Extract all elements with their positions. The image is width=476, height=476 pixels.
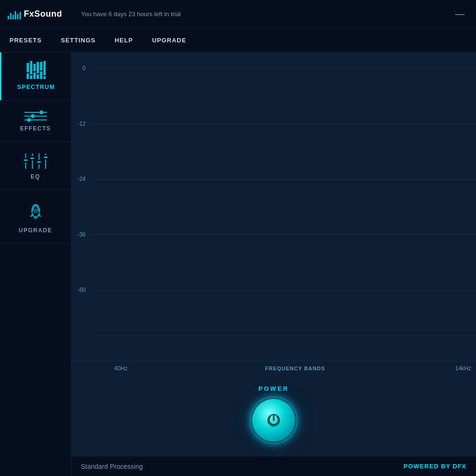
power-section: POWER xyxy=(71,376,476,456)
nav-presets[interactable]: PRESETS xyxy=(10,35,42,46)
svg-point-2 xyxy=(268,415,279,426)
grid-label-24: -24 xyxy=(71,176,90,182)
grid-row-0: 0 xyxy=(71,65,476,71)
spectrum-icon xyxy=(27,64,46,79)
svg-point-1 xyxy=(34,209,37,212)
sidebar-item-upgrade[interactable]: UPGRADE xyxy=(0,190,71,244)
logo-icon xyxy=(8,9,21,20)
sidebar-label-upgrade: UPGRADE xyxy=(19,227,52,234)
nav-settings[interactable]: SETTINGS xyxy=(61,35,96,46)
nav-upgrade[interactable]: UPGRADE xyxy=(152,35,186,46)
sidebar-label-effects: EFFECTS xyxy=(20,125,51,132)
sidebar-item-spectrum[interactable]: SPECTRUM xyxy=(0,52,71,100)
grid-label-60: -60 xyxy=(71,287,90,293)
eq-icon xyxy=(24,153,48,169)
content-area: 0 -12 -24 -36 -60 xyxy=(71,52,476,476)
nav-help[interactable]: HELP xyxy=(115,35,133,46)
grid-label-36: -36 xyxy=(71,231,90,238)
sidebar-item-effects[interactable]: EFFECTS xyxy=(0,100,71,142)
upgrade-icon xyxy=(25,201,46,222)
grid-row-12: -12 xyxy=(71,120,476,127)
sidebar-label-spectrum: SPECTRUM xyxy=(17,84,55,90)
grid-label-12: -12 xyxy=(71,120,90,127)
powered-by-text: POWERED BY DFX xyxy=(404,463,466,470)
grid-row-24: -24 xyxy=(71,176,476,182)
frequency-axis: 40Hz FREQUENCY BANDS 14kHz xyxy=(71,361,476,376)
sidebar-label-eq: EQ xyxy=(30,173,40,180)
power-icon xyxy=(265,412,282,429)
status-bar: Standard Processing POWERED BY DFX xyxy=(71,456,476,476)
power-button[interactable] xyxy=(252,399,295,442)
status-processing: Standard Processing xyxy=(81,463,143,470)
spectrum-display: 0 -12 -24 -36 -60 xyxy=(71,52,476,361)
grid-row-60: -60 xyxy=(71,287,476,293)
effects-icon xyxy=(24,112,47,120)
freq-axis-inner: 40Hz FREQUENCY BANDS 14kHz xyxy=(114,365,476,372)
grid-label-0: 0 xyxy=(71,65,90,71)
minimize-button[interactable]: — xyxy=(451,7,468,21)
main-content: SPECTRUM EFFECTS xyxy=(0,52,476,476)
sidebar-item-eq[interactable]: EQ xyxy=(0,142,71,190)
header: FxSound You have 6 days 23 hours left in… xyxy=(0,0,476,29)
logo-text: FxSound xyxy=(24,9,62,19)
power-label: POWER xyxy=(258,385,289,392)
trial-message: You have 6 days 23 hours left in trial xyxy=(81,10,452,18)
logo[interactable]: FxSound xyxy=(8,9,62,20)
grid-row-36: -36 xyxy=(71,231,476,238)
navigation: PRESETS SETTINGS HELP UPGRADE xyxy=(0,29,476,52)
freq-label-center: FREQUENCY BANDS xyxy=(265,366,325,371)
freq-label-low: 40Hz xyxy=(114,365,128,372)
freq-label-high: 14kHz xyxy=(455,365,476,372)
grid-row-bottom xyxy=(71,336,476,336)
sidebar: SPECTRUM EFFECTS xyxy=(0,52,71,476)
